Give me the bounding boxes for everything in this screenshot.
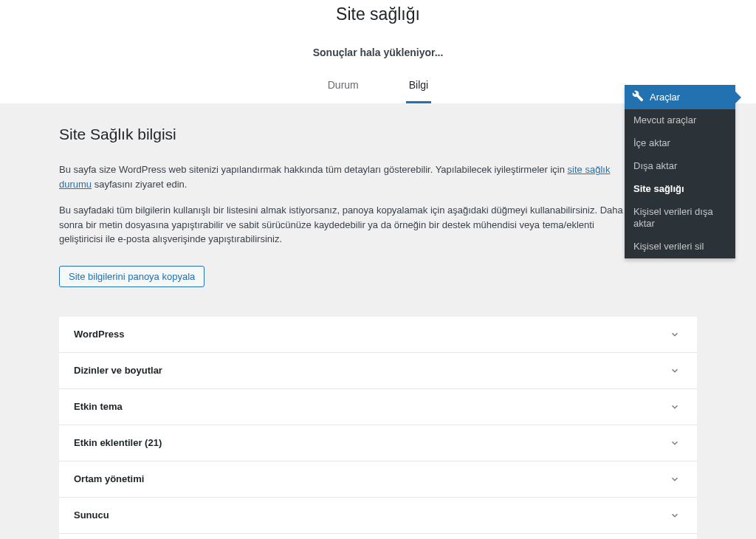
- chevron-down-icon: [667, 399, 682, 414]
- section-title: Site Sağlık bilgisi: [59, 126, 697, 143]
- loading-text: Sonuçlar hala yükleniyor...: [0, 47, 756, 58]
- flyout-header-label: Araçlar: [650, 92, 680, 103]
- accordion: WordPress Dizinler ve boyutlar Etkin tem…: [59, 317, 697, 540]
- flyout-item-erase-personal[interactable]: Kişisel verileri sil: [625, 236, 735, 258]
- tools-flyout-menu: Araçlar Mevcut araçlar İçe aktar Dışa ak…: [625, 85, 735, 258]
- chevron-down-icon: [667, 363, 682, 378]
- chevron-down-icon: [667, 472, 682, 487]
- chevron-down-icon: [667, 436, 682, 450]
- chevron-down-icon: [667, 508, 682, 523]
- tab-durum[interactable]: Durum: [325, 75, 362, 103]
- accordion-label: WordPress: [74, 329, 124, 340]
- flyout-item-export[interactable]: Dışa aktar: [625, 155, 735, 178]
- description-2: Bu sayfadaki tüm bilgilerin kullanışlı b…: [59, 203, 628, 247]
- flyout-item-site-health[interactable]: Site sağlığı: [625, 178, 735, 201]
- accordion-label: Dizinler ve boyutlar: [74, 365, 162, 376]
- accordion-item-media[interactable]: Ortam yönetimi: [59, 461, 697, 498]
- tab-bilgi[interactable]: Bilgi: [406, 75, 431, 103]
- description-1-post: sayfasını ziyaret edin.: [92, 179, 187, 190]
- flyout-item-export-personal[interactable]: Kişisel verileri dışa aktar: [625, 201, 735, 236]
- accordion-item-wordpress[interactable]: WordPress: [59, 317, 697, 353]
- accordion-item-active-plugins[interactable]: Etkin eklentiler (21): [59, 425, 697, 461]
- flyout-item-available-tools[interactable]: Mevcut araçlar: [625, 109, 735, 132]
- accordion-item-database[interactable]: Veritabanı: [59, 534, 697, 540]
- description-1: Bu sayfa size WordPress web sitenizi yap…: [59, 162, 628, 191]
- flyout-header-tools[interactable]: Araçlar: [625, 85, 735, 109]
- page-title: Site sağlığı: [0, 4, 756, 24]
- copy-site-info-button[interactable]: Site bilgilerini panoya kopyala: [59, 266, 205, 287]
- accordion-item-server[interactable]: Sunucu: [59, 498, 697, 534]
- accordion-item-active-theme[interactable]: Etkin tema: [59, 389, 697, 425]
- accordion-label: Etkin tema: [74, 401, 123, 412]
- flyout-item-import[interactable]: İçe aktar: [625, 132, 735, 155]
- wrench-icon: [632, 90, 644, 104]
- accordion-label: Etkin eklentiler (21): [74, 437, 162, 448]
- chevron-down-icon: [667, 327, 682, 342]
- accordion-item-directories[interactable]: Dizinler ve boyutlar: [59, 353, 697, 389]
- description-1-pre: Bu sayfa size WordPress web sitenizi yap…: [59, 164, 568, 175]
- accordion-label: Ortam yönetimi: [74, 473, 144, 484]
- accordion-label: Sunucu: [74, 509, 109, 521]
